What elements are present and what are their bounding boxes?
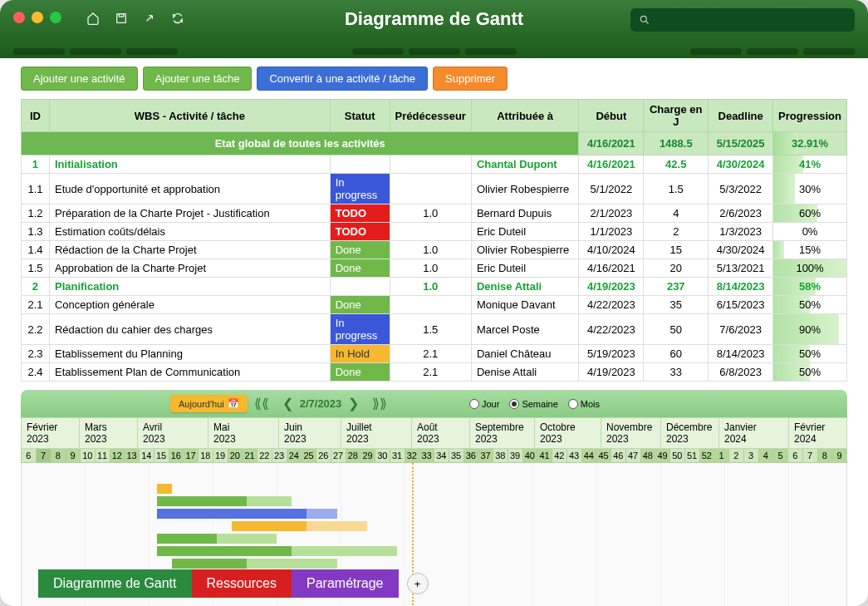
tab-resources[interactable]: Ressources bbox=[192, 569, 292, 598]
cell-start: 4/16/2021 bbox=[579, 155, 644, 174]
cell-pred: 2.1 bbox=[390, 363, 471, 382]
month-cell: Mai2023 bbox=[208, 418, 279, 448]
cell-deadline: 5/3/2022 bbox=[709, 174, 773, 204]
convert-button[interactable]: Convertir à une activité / tâche bbox=[257, 67, 428, 91]
maximize-icon[interactable] bbox=[50, 12, 61, 23]
table-row[interactable]: 1 Initialisation Chantal Dupont 4/16/202… bbox=[22, 155, 847, 174]
week-cell: 7 bbox=[37, 449, 51, 462]
share-icon[interactable] bbox=[143, 12, 156, 25]
gantt-bar[interactable] bbox=[247, 559, 336, 569]
cell-pred: 2.1 bbox=[390, 345, 471, 363]
nav-prev[interactable]: ❮ bbox=[282, 396, 293, 411]
gantt-bar[interactable] bbox=[247, 496, 292, 506]
cell-name: Approbation de la Charte Projet bbox=[49, 259, 330, 278]
home-icon[interactable] bbox=[86, 12, 100, 25]
tab-params[interactable]: Paramétrage bbox=[292, 569, 399, 598]
nav-next-fast[interactable]: ⟫⟫ bbox=[372, 396, 387, 411]
gantt-bar[interactable] bbox=[157, 534, 217, 544]
toolbar bbox=[86, 12, 184, 25]
view-mode: Jour Semaine Mois bbox=[469, 399, 600, 409]
gantt-bar[interactable] bbox=[306, 521, 366, 531]
today-button[interactable]: Aujourd'hui 📅 bbox=[170, 395, 248, 412]
cell-id: 2.4 bbox=[22, 363, 50, 382]
cell-name: Etude d'opportunité et approbation bbox=[49, 174, 330, 204]
week-cell: 23 bbox=[272, 449, 287, 462]
cell-name: Estimation coûts/délais bbox=[49, 223, 330, 241]
gantt-bar[interactable] bbox=[172, 559, 247, 569]
cell-status: In progress bbox=[330, 314, 390, 345]
cell-name: Conception générale bbox=[49, 296, 330, 314]
view-day[interactable]: Jour bbox=[469, 399, 499, 409]
table-row[interactable]: 1.4 Rédaction de la Charte Projet Done 1… bbox=[22, 241, 847, 259]
cell-pred: 1.0 bbox=[390, 204, 471, 223]
table-row[interactable]: 2.4 Etablissement Plan de Communication … bbox=[22, 363, 847, 382]
minimize-icon[interactable] bbox=[32, 12, 43, 23]
view-month[interactable]: Mois bbox=[568, 399, 600, 409]
cell-status: Done bbox=[330, 296, 390, 314]
cell-assignee: Olivier Robespierre bbox=[471, 241, 579, 259]
col-status: Statut bbox=[330, 100, 390, 132]
week-cell: 6 bbox=[788, 449, 803, 462]
cell-name: Rédaction de la Charte Projet bbox=[49, 241, 330, 259]
table-row[interactable]: 2.1 Conception générale Done Monique Dav… bbox=[22, 296, 847, 314]
nav-prev-fast[interactable]: ⟪⟪ bbox=[254, 396, 269, 411]
add-tab-button[interactable]: + bbox=[407, 573, 429, 594]
table-row[interactable]: 1.5 Approbation de la Charte Projet Done… bbox=[22, 259, 847, 278]
table-row[interactable]: 1.2 Préparation de la Charte Projet - Ju… bbox=[22, 204, 847, 223]
search-input[interactable] bbox=[630, 8, 855, 32]
week-cell: 44 bbox=[582, 449, 597, 462]
tab-gantt[interactable]: Diagramme de Gantt bbox=[38, 569, 192, 598]
month-cell: Janvier2024 bbox=[719, 418, 789, 448]
cell-progress: 50% bbox=[773, 345, 847, 363]
week-cell: 20 bbox=[228, 449, 243, 462]
month-cell: Juin2023 bbox=[279, 418, 341, 448]
gantt-bar[interactable] bbox=[232, 521, 306, 531]
table-row[interactable]: 2.2 Rédaction du cahier des charges In p… bbox=[22, 314, 847, 345]
cell-id: 2 bbox=[22, 278, 50, 296]
summary-charge: 1488.5 bbox=[644, 132, 709, 155]
add-activity-button[interactable]: Ajouter une activité bbox=[21, 67, 138, 91]
table-row[interactable]: 1.1 Etude d'opportunité et approbation I… bbox=[22, 174, 847, 204]
gantt-bar[interactable] bbox=[157, 496, 247, 506]
refresh-icon[interactable] bbox=[171, 12, 184, 25]
cell-charge: 33 bbox=[644, 363, 709, 382]
table-row[interactable]: 2 Planification 1.0 Denise Attali 4/19/2… bbox=[22, 278, 847, 296]
week-cell: 25 bbox=[302, 449, 316, 462]
week-cell: 17 bbox=[184, 449, 199, 462]
cell-progress: 58% bbox=[773, 278, 847, 296]
gantt-bar[interactable] bbox=[306, 509, 336, 519]
search-icon bbox=[639, 14, 650, 26]
table-row[interactable]: 1.3 Estimation coûts/délais TODO Eric Du… bbox=[22, 223, 847, 241]
cell-status bbox=[330, 278, 390, 296]
gantt-bar[interactable] bbox=[157, 484, 172, 494]
week-cell: 29 bbox=[360, 449, 375, 462]
gantt-bar[interactable] bbox=[217, 534, 277, 544]
cell-progress: 90% bbox=[773, 314, 847, 345]
cell-id: 1.1 bbox=[22, 174, 50, 204]
week-cell: 46 bbox=[611, 449, 626, 462]
week-cell: 5 bbox=[773, 449, 788, 462]
cell-pred: 1.0 bbox=[390, 241, 471, 259]
gantt-bar[interactable] bbox=[157, 546, 292, 556]
svg-rect-1 bbox=[119, 14, 123, 17]
save-icon[interactable] bbox=[115, 12, 128, 25]
col-wbs: WBS - Activité / tâche bbox=[49, 100, 330, 132]
cell-charge: 2 bbox=[644, 223, 709, 241]
cell-charge: 42.5 bbox=[644, 155, 709, 174]
month-cell: Avril2023 bbox=[138, 418, 208, 448]
table-row[interactable]: 2.3 Etablissement du Planning In Hold 2.… bbox=[22, 345, 847, 363]
delete-button[interactable]: Supprimer bbox=[433, 67, 508, 91]
month-cell: Février2023 bbox=[22, 418, 80, 448]
month-cell: Septembre2023 bbox=[470, 418, 535, 448]
nav-next[interactable]: ❯ bbox=[348, 396, 359, 411]
week-cell: 14 bbox=[140, 449, 154, 462]
table-header: ID WBS - Activité / tâche Statut Prédéce… bbox=[22, 100, 847, 132]
gantt-bar[interactable] bbox=[157, 509, 307, 519]
cell-id: 2.2 bbox=[22, 314, 50, 345]
close-icon[interactable] bbox=[13, 12, 25, 23]
cell-status: TODO bbox=[330, 223, 390, 241]
week-cell: 37 bbox=[478, 449, 493, 462]
add-task-button[interactable]: Ajouter une tâche bbox=[143, 67, 253, 91]
cell-pred bbox=[390, 155, 471, 174]
view-week[interactable]: Semaine bbox=[509, 399, 557, 409]
